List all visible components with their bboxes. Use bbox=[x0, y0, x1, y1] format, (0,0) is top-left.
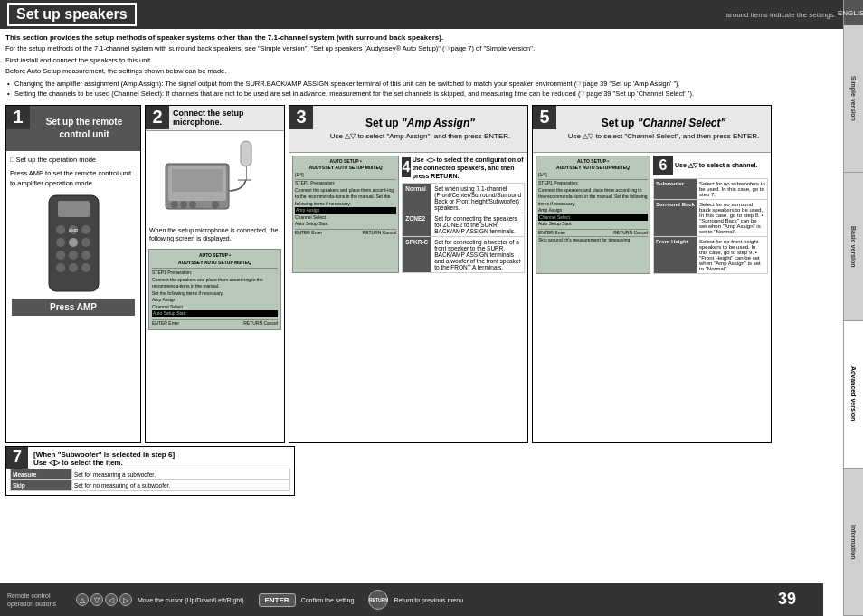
intro-normal: For the setup methods of the 7.1-channel… bbox=[5, 44, 838, 54]
svg-point-7 bbox=[81, 238, 90, 247]
config-table: Normal Set when using 7.1-channel (Front… bbox=[402, 183, 525, 273]
step2-box: 2 Connect the setup microphone. bbox=[145, 105, 285, 443]
footer: Remote control operation buttons △ ▽ ◁ ▷… bbox=[0, 583, 823, 616]
footer-remote-label: Remote control operation buttons bbox=[7, 592, 62, 608]
measure-label: Measure bbox=[11, 469, 72, 479]
svg-rect-1 bbox=[58, 201, 90, 217]
step1-number: 1 bbox=[6, 106, 30, 129]
step2-mic-image bbox=[146, 131, 284, 223]
table-row: Normal Set when using 7.1-channel (Front… bbox=[403, 183, 525, 213]
step2-number: 2 bbox=[146, 106, 169, 129]
svg-point-11 bbox=[56, 263, 65, 272]
step6-content: 6 Use △▽ to select a channel. Subwoofer … bbox=[653, 156, 768, 274]
language-label: ENGLISH bbox=[844, 0, 863, 25]
svg-point-19 bbox=[189, 201, 196, 208]
intro-bold: This section provides the setup methods … bbox=[5, 33, 838, 43]
subwoofer-desc: Select for no subwoofers to be used. In … bbox=[697, 178, 768, 199]
svg-rect-21 bbox=[172, 169, 223, 192]
step5-number: 5 bbox=[533, 106, 556, 129]
footer-enter: ENTER Confirm the setting bbox=[259, 593, 355, 607]
tab-information[interactable]: Information bbox=[844, 469, 863, 616]
measure-desc: Set for measuring a subwoofer. bbox=[71, 469, 289, 479]
svg-point-9 bbox=[69, 251, 78, 260]
tab-basic-version[interactable]: Basic version bbox=[844, 173, 863, 320]
enter-button[interactable]: ENTER bbox=[259, 593, 296, 607]
arrow-icons: △ ▽ ◁ ▷ bbox=[76, 593, 132, 606]
step2-note: When the setup microphone is connected, … bbox=[146, 223, 284, 247]
before-auto: Before Auto Setup measurement, the setti… bbox=[5, 67, 838, 77]
tab-simple-version[interactable]: Simple version bbox=[844, 25, 863, 173]
step4-number: 4 bbox=[402, 157, 410, 177]
step7-row: 7 [When "Subwoofer" is selected in step … bbox=[0, 446, 843, 498]
step3-instruction: Use △▽ to select "Amp Assign", and then … bbox=[317, 132, 524, 140]
step5-header: Set up "Channel Select" Use △▽ to select… bbox=[533, 106, 771, 153]
svg-point-2 bbox=[56, 225, 65, 234]
svg-point-6 bbox=[69, 238, 78, 247]
left-arrow-icon[interactable]: ◁ bbox=[105, 593, 118, 606]
bullet-1: Changing the amplifier assignment (Amp A… bbox=[5, 80, 838, 90]
first-install: First install and connect the speakers t… bbox=[5, 56, 838, 66]
tab-advanced-version[interactable]: Advanced version bbox=[844, 321, 863, 469]
step5-content: AUTO SETUP • AUDYSSEY AUTO SETUP MulTEQ … bbox=[533, 153, 771, 277]
remote-image: AMP bbox=[6, 192, 140, 295]
step7-number: 7 bbox=[6, 447, 28, 469]
normal-desc: Set when using 7.1-channel (Front/Center… bbox=[432, 183, 525, 213]
table-row: Measure Set for measuring a subwoofer. bbox=[11, 469, 290, 479]
step4-content: 4 Use ◁▷ to select the configuration of … bbox=[402, 156, 525, 273]
right-tabs: ENGLISH Simple version Basic version Adv… bbox=[843, 0, 863, 616]
page: Set up speakers around items indicate th… bbox=[0, 0, 863, 616]
table-row: Skip Set for no measuring of a subwoofer… bbox=[11, 479, 290, 490]
step7-table: Measure Set for measuring a subwoofer. S… bbox=[10, 469, 290, 491]
footer-remote: Remote control operation buttons bbox=[7, 592, 62, 608]
right-arrow-icon[interactable]: ▷ bbox=[119, 593, 132, 606]
up-arrow-icon[interactable]: △ bbox=[76, 593, 89, 606]
zone2-desc: Set for connecting the speakers for ZONE… bbox=[432, 213, 525, 236]
remote-svg: AMP bbox=[44, 194, 103, 293]
down-arrow-icon[interactable]: ▽ bbox=[90, 593, 103, 606]
table-row: ZONE2 Set for connecting the speakers fo… bbox=[403, 213, 525, 236]
front-height-desc: Select for no front height speakers to b… bbox=[697, 236, 768, 273]
main-content: Set up speakers around items indicate th… bbox=[0, 0, 843, 616]
page-title-box: Set up speakers bbox=[7, 3, 137, 26]
step2-screen-preview: AUTO SETUP • AUDYSSEY AUTO SETUP MulTEQ … bbox=[148, 249, 281, 330]
svg-point-8 bbox=[56, 251, 65, 260]
return-button[interactable]: RETURN bbox=[368, 590, 388, 610]
svg-point-10 bbox=[81, 251, 90, 260]
page-header: Set up speakers around items indicate th… bbox=[0, 0, 843, 29]
step5-screen-left: AUTO SETUP • AUDYSSEY AUTO SETUP MulTEQ … bbox=[536, 156, 650, 274]
bullet-2: Setting the channels to be used (Channel… bbox=[5, 90, 838, 100]
svg-point-4 bbox=[81, 225, 90, 234]
subwoofer-label: Subwoofer bbox=[654, 178, 697, 199]
step4-header: 4 Use ◁▷ to select the configuration of … bbox=[402, 156, 525, 180]
skip-label: Skip bbox=[11, 479, 72, 490]
footer-return: RETURN Return to previous menu bbox=[368, 590, 463, 610]
normal-label: Normal bbox=[403, 183, 432, 213]
table-row: Subwoofer Select for no subwoofers to be… bbox=[654, 178, 768, 199]
svg-text:AMP: AMP bbox=[68, 228, 79, 233]
step6-title: Use △▽ to select a channel. bbox=[675, 161, 757, 169]
empty-space bbox=[299, 446, 838, 496]
spkrc-desc: Set for connecting a tweeter of a front … bbox=[432, 236, 525, 272]
zone2-label: ZONE2 bbox=[403, 213, 432, 236]
surround-back-label: Surround Back bbox=[654, 199, 697, 236]
step1-content1: □ Set up the operation mode bbox=[10, 155, 137, 165]
step7-title: [When "Subwoofer" is selected in step 6]… bbox=[10, 450, 290, 467]
page-title: Set up speakers bbox=[16, 6, 128, 22]
step5-instruction: Use △▽ to select "Channel Select", and t… bbox=[560, 132, 767, 140]
step1-content2: Press AMP to set the remote control unit… bbox=[10, 168, 137, 189]
step3-screen-left: AUTO SETUP • AUDYSSEY AUTO SETUP MulTEQ … bbox=[292, 156, 399, 273]
svg-point-13 bbox=[81, 263, 90, 272]
step3-box: 3 Set up "Amp Assign" Use △▽ to select "… bbox=[289, 105, 528, 443]
channel-table: Subwoofer Select for no subwoofers to be… bbox=[653, 178, 768, 274]
table-row: Front Height Select for no front height … bbox=[654, 236, 768, 273]
step6-header: 6 Use △▽ to select a channel. bbox=[653, 156, 768, 175]
step5-title: Set up "Channel Select" bbox=[560, 117, 767, 129]
step3-content: AUTO SETUP • AUDYSSEY AUTO SETUP MulTEQ … bbox=[289, 153, 527, 276]
step5-box: 5 Set up "Channel Select" Use △▽ to sele… bbox=[532, 105, 772, 443]
step3-number: 3 bbox=[289, 106, 313, 129]
return-label: Return to previous menu bbox=[394, 597, 463, 603]
step1-content: □ Set up the operation mode Press AMP to… bbox=[6, 151, 140, 193]
svg-rect-22 bbox=[241, 141, 251, 166]
svg-rect-23 bbox=[246, 166, 247, 180]
step3-header: Set up "Amp Assign" Use △▽ to select "Am… bbox=[289, 106, 527, 153]
